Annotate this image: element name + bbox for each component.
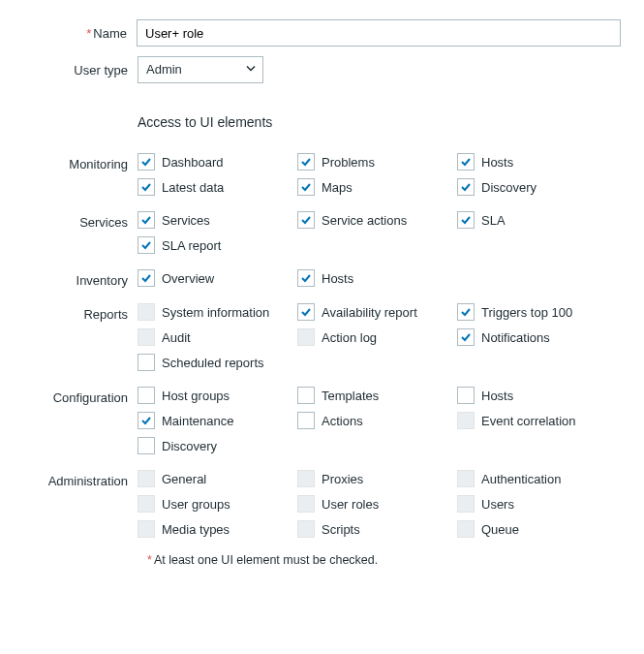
checkbox-label-administration-proxies: Proxies xyxy=(322,472,363,486)
checkbox-label-reports-availability-report: Availability report xyxy=(322,305,417,320)
checkbox-administration-queue xyxy=(457,520,475,538)
checkbox-configuration-discovery[interactable] xyxy=(138,437,155,454)
checkbox-label-monitoring-dashboard: Dashboard xyxy=(162,155,224,170)
checkbox-administration-scripts xyxy=(297,520,315,538)
checkbox-label-monitoring-discovery: Discovery xyxy=(481,180,537,195)
checkbox-administration-user-groups xyxy=(138,495,155,513)
checkbox-label-administration-user-groups: User groups xyxy=(162,497,230,512)
checkbox-label-services-service-actions: Service actions xyxy=(322,213,407,228)
group-label-monitoring: Monitoring xyxy=(23,153,138,171)
checkbox-services-sla[interactable] xyxy=(457,211,475,229)
checkbox-label-reports-notifications: Notifications xyxy=(481,330,550,345)
checkbox-label-configuration-actions: Actions xyxy=(322,414,363,428)
required-star-icon: * xyxy=(86,26,91,41)
checkbox-monitoring-problems[interactable] xyxy=(297,153,315,171)
checkbox-inventory-overview[interactable] xyxy=(138,269,155,287)
checkbox-reports-audit xyxy=(138,328,155,346)
checkbox-label-administration-user-roles: User roles xyxy=(322,497,379,512)
checkbox-services-service-actions[interactable] xyxy=(297,211,315,229)
checkbox-administration-user-roles xyxy=(297,495,315,513)
group-label-inventory: Inventory xyxy=(23,269,138,288)
group-label-administration: Administration xyxy=(23,470,138,488)
checkbox-label-inventory-hosts: Hosts xyxy=(322,271,353,286)
checkbox-label-reports-system-information: System information xyxy=(162,305,269,320)
checkbox-reports-action-log xyxy=(297,328,315,346)
checkbox-label-configuration-maintenance: Maintenance xyxy=(162,414,233,428)
group-label-reports: Reports xyxy=(23,303,138,322)
checkbox-label-configuration-host-groups: Host groups xyxy=(162,389,230,403)
section-title: Access to UI elements xyxy=(138,114,621,130)
checkbox-label-inventory-overview: Overview xyxy=(162,271,214,286)
checkbox-configuration-host-groups[interactable] xyxy=(138,387,155,404)
checkbox-label-configuration-event-correlation: Event correlation xyxy=(481,414,576,428)
checkbox-reports-triggers-top-100[interactable] xyxy=(457,303,475,321)
checkbox-monitoring-discovery[interactable] xyxy=(457,178,475,196)
checkbox-label-reports-audit: Audit xyxy=(162,330,191,345)
checkbox-configuration-event-correlation xyxy=(457,412,475,429)
checkbox-label-services-sla: SLA xyxy=(481,213,506,228)
checkbox-reports-scheduled-reports[interactable] xyxy=(138,354,155,371)
checkbox-monitoring-latest-data[interactable] xyxy=(138,178,155,196)
checkbox-label-administration-authentication: Authentication xyxy=(481,472,561,486)
checkbox-monitoring-maps[interactable] xyxy=(297,178,315,196)
group-label-services: Services xyxy=(23,211,138,230)
checkbox-label-services-services: Services xyxy=(162,213,210,228)
checkbox-label-monitoring-hosts: Hosts xyxy=(481,155,513,170)
checkbox-configuration-actions[interactable] xyxy=(297,412,315,429)
checkbox-monitoring-dashboard[interactable] xyxy=(138,153,155,171)
checkbox-label-reports-action-log: Action log xyxy=(322,330,377,345)
checkbox-services-services[interactable] xyxy=(138,211,155,229)
name-label: *Name xyxy=(23,26,137,41)
checkbox-label-administration-general: General xyxy=(162,472,206,486)
checkbox-label-configuration-templates: Templates xyxy=(322,389,379,403)
checkbox-reports-system-information xyxy=(138,303,155,321)
name-input[interactable] xyxy=(137,19,621,47)
checkbox-label-reports-scheduled-reports: Scheduled reports xyxy=(162,356,264,370)
checkbox-administration-general xyxy=(138,470,155,487)
checkbox-label-administration-media-types: Media types xyxy=(162,522,230,537)
group-label-configuration: Configuration xyxy=(23,387,138,405)
checkbox-configuration-maintenance[interactable] xyxy=(138,412,155,429)
checkbox-configuration-templates[interactable] xyxy=(297,387,315,404)
checkbox-services-sla-report[interactable] xyxy=(138,236,155,254)
checkbox-label-administration-scripts: Scripts xyxy=(322,522,360,537)
checkbox-label-administration-users: Users xyxy=(481,497,514,512)
checkbox-label-reports-triggers-top-100: Triggers top 100 xyxy=(481,305,572,320)
checkbox-administration-media-types xyxy=(138,520,155,538)
checkbox-label-services-sla-report: SLA report xyxy=(162,238,221,253)
checkbox-reports-availability-report[interactable] xyxy=(297,303,315,321)
user-type-label: User type xyxy=(23,63,138,78)
user-type-select[interactable]: Admin xyxy=(138,56,263,83)
checkbox-monitoring-hosts[interactable] xyxy=(457,153,475,171)
checkbox-label-configuration-hosts: Hosts xyxy=(481,389,513,403)
checkbox-administration-users xyxy=(457,495,475,513)
checkbox-label-administration-queue: Queue xyxy=(481,522,519,537)
hint-text: *At least one UI element must be checked… xyxy=(147,553,621,567)
checkbox-inventory-hosts[interactable] xyxy=(297,269,315,287)
checkbox-administration-proxies xyxy=(297,470,315,487)
checkbox-configuration-hosts[interactable] xyxy=(457,387,475,404)
required-star-icon: * xyxy=(147,553,152,567)
checkbox-reports-notifications[interactable] xyxy=(457,328,475,346)
checkbox-label-monitoring-latest-data: Latest data xyxy=(162,180,224,195)
checkbox-administration-authentication xyxy=(457,470,475,487)
checkbox-label-monitoring-maps: Maps xyxy=(322,180,353,195)
checkbox-label-monitoring-problems: Problems xyxy=(322,155,375,170)
checkbox-label-configuration-discovery: Discovery xyxy=(162,439,217,453)
